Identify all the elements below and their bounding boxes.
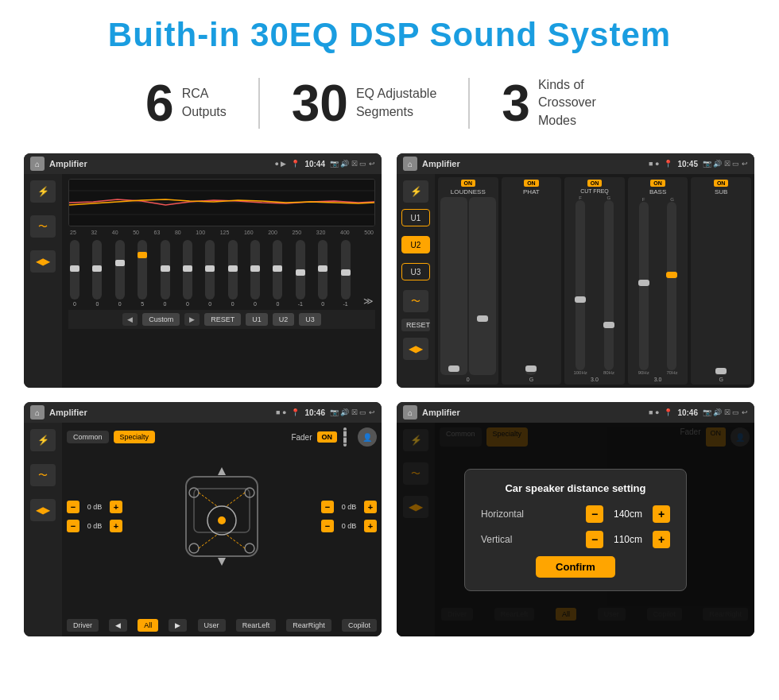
screen2-dsp-main: ON LOUDNESS 0	[435, 174, 754, 388]
loudness-value: 0	[467, 377, 470, 382]
eq-custom-button[interactable]: Custom	[142, 313, 180, 326]
fader-speaker-btn[interactable]: ◀▶	[30, 499, 56, 521]
horizontal-label: Horizontal	[481, 509, 524, 520]
dsp-channel-bass: ON BASS F 90Hz G	[628, 177, 688, 385]
driver-btn[interactable]: Driver	[67, 619, 99, 632]
eq-slider-7[interactable]: 0	[228, 240, 238, 307]
loudness-slider-2[interactable]	[469, 197, 496, 375]
screen3-home-icon: ⌂	[30, 405, 45, 420]
eq-speaker-btn[interactable]: ◀▶	[30, 250, 56, 273]
bass-slider-f[interactable]	[639, 202, 649, 370]
eq-slider-2[interactable]: 0	[115, 240, 125, 307]
screen3-pin: 📍	[291, 408, 300, 416]
stat-desc-rca-2: Outputs	[182, 103, 227, 121]
screen3-app-title: Amplifier	[49, 408, 271, 417]
right-top-minus-btn[interactable]: −	[321, 501, 334, 513]
eq-slider-10[interactable]: -1	[296, 240, 305, 307]
eq-filter-btn[interactable]: ⚡	[30, 180, 56, 203]
horizontal-plus-btn[interactable]: +	[653, 505, 670, 523]
svg-marker-17	[218, 558, 226, 566]
copilot-btn[interactable]: Copilot	[342, 619, 377, 632]
eq-next-button[interactable]: ▶	[184, 313, 200, 326]
eq-u2-button[interactable]: U2	[273, 313, 295, 326]
left-bottom-plus-btn[interactable]: +	[110, 520, 122, 532]
svg-point-7	[218, 516, 226, 524]
left-top-minus-btn[interactable]: −	[67, 501, 79, 513]
eq-slider-4[interactable]: 0	[161, 240, 170, 307]
loudness-name: LOUDNESS	[451, 188, 486, 195]
sub-slider[interactable]	[715, 372, 727, 375]
right-bottom-plus-btn[interactable]: +	[364, 520, 377, 532]
dsp-u1-preset[interactable]: U1	[401, 209, 430, 226]
dsp-u2-preset[interactable]: U2	[401, 236, 430, 253]
vertical-minus-btn[interactable]: −	[586, 531, 603, 548]
eq-slider-next[interactable]: ≫	[363, 296, 374, 307]
fader-specialty-btn[interactable]: Specialty	[114, 431, 156, 443]
right-bottom-val: 0 dB	[337, 522, 361, 530]
rearight-btn[interactable]: RearRight	[286, 619, 331, 632]
eq-slider-8[interactable]: 0	[250, 240, 260, 307]
screen2-controls: 📷 🔊 ☒ ▭ ↩	[703, 160, 748, 168]
eq-slider-6[interactable]: 0	[205, 240, 215, 307]
vertical-ctrl: − 110cm +	[586, 531, 670, 548]
fader-settings-icon[interactable]: 👤	[358, 427, 377, 447]
svg-marker-16	[218, 467, 226, 475]
dsp-u3-preset[interactable]: U3	[401, 263, 430, 280]
eq-slider-12[interactable]: -1	[341, 240, 351, 307]
screen1-time: 10:44	[304, 160, 325, 168]
dsp-wave-icon: 〜	[411, 295, 421, 308]
eq-slider-1[interactable]: 0	[92, 240, 102, 307]
loudness-slider-1[interactable]	[440, 197, 467, 375]
rearleft-btn[interactable]: RearLeft	[236, 619, 277, 632]
eq-prev-button[interactable]: ◀	[122, 313, 138, 326]
fader-common-btn[interactable]: Common	[67, 431, 109, 443]
fader-on-toggle[interactable]: ON	[317, 431, 338, 443]
right-top-plus-btn[interactable]: +	[364, 501, 377, 513]
horizontal-value: 140cm	[608, 509, 648, 520]
horizontal-minus-btn[interactable]: −	[586, 505, 603, 523]
dsp-filter-btn[interactable]: ⚡	[403, 180, 428, 203]
fader-wave-btn[interactable]: 〜	[30, 464, 56, 486]
eq-slider-3[interactable]: 5	[138, 240, 147, 307]
left-bottom-minus-btn[interactable]: −	[67, 520, 79, 532]
dsp-speaker-btn[interactable]: ◀▶	[403, 338, 428, 360]
eq-u1-button[interactable]: U1	[246, 313, 268, 326]
right-arrow-btn[interactable]: ▶	[169, 619, 187, 632]
eq-slider-0[interactable]: 0	[70, 240, 79, 307]
stat-eq: 30 EQ Adjustable Segments	[260, 78, 471, 129]
cutfreq-slider-f[interactable]	[576, 200, 585, 370]
svg-point-10	[189, 543, 199, 553]
bass-slider-g[interactable]	[667, 202, 676, 370]
left-top-plus-btn[interactable]: +	[110, 501, 122, 513]
eq-slider-11[interactable]: 0	[318, 240, 327, 307]
right-controls: − 0 dB + − 0 dB +	[321, 501, 377, 532]
screen3-body: ⚡ 〜 ◀▶ Common Specialty Fader ON	[24, 423, 382, 636]
eq-slider-9[interactable]: 0	[273, 240, 282, 307]
cutfreq-slider-g[interactable]	[604, 200, 614, 370]
dsp-wave-btn[interactable]: 〜	[403, 290, 428, 312]
fader-top-bar: Common Specialty Fader ON 👤	[67, 427, 377, 447]
phat-on-badge: ON	[524, 180, 539, 187]
left-arrow-btn[interactable]: ◀	[109, 619, 127, 632]
eq-reset-button[interactable]: RESET	[204, 313, 241, 326]
screen4-status-bar: ⌂ Amplifier ■ ● 📍 10:46 📷 🔊 ☒ ▭ ↩	[397, 402, 754, 423]
eq-u3-button[interactable]: U3	[299, 313, 321, 326]
screen-eq: ⌂ Amplifier ● ▶ 📍 10:44 📷 🔊 ☒ ▭ ↩ ⚡ 〜 ◀▶	[24, 153, 382, 388]
all-btn[interactable]: All	[138, 619, 158, 632]
screen1-side-panel: ⚡ 〜 ◀▶	[24, 174, 62, 388]
eq-wave-btn[interactable]: 〜	[30, 215, 56, 238]
eq-slider-5[interactable]: 0	[183, 240, 192, 307]
screen4-home-icon: ⌂	[403, 405, 417, 420]
screen4-pin: 📍	[664, 408, 672, 416]
user-btn[interactable]: User	[198, 619, 226, 632]
fader-filter-btn[interactable]: ⚡	[30, 429, 56, 451]
dsp-reset-button[interactable]: RESET	[401, 319, 430, 331]
phat-slider[interactable]	[525, 365, 537, 375]
bass-on-badge: ON	[650, 180, 665, 187]
svg-line-12	[199, 493, 217, 506]
vertical-plus-btn[interactable]: +	[653, 531, 670, 548]
left-top-val: 0 dB	[83, 503, 107, 511]
confirm-button[interactable]: Confirm	[536, 556, 615, 578]
eq-freq-labels: 25 32 40 50 63 80 100 125 160 200 250 32…	[68, 230, 375, 235]
right-bottom-minus-btn[interactable]: −	[321, 520, 334, 532]
